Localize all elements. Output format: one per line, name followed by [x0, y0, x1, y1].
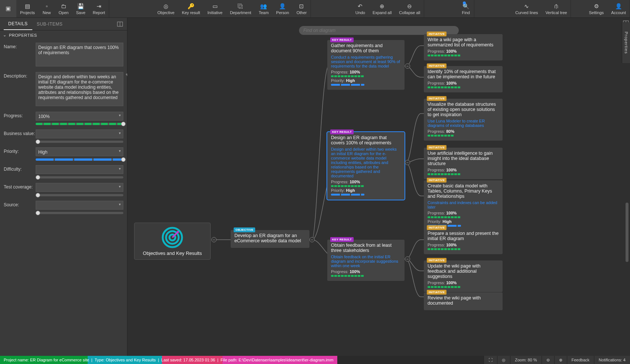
key-result-node-1[interactable]: KEY RESULT Gather requirements and docum… — [327, 40, 405, 90]
tab-sub-items[interactable]: SUB-ITEMS — [32, 19, 67, 30]
curved-lines-icon: ∿ — [523, 3, 530, 10]
label-business-value: Business value: — [4, 129, 36, 136]
initiative-node[interactable]: INITIATIVEReview the wiki page with docu… — [424, 292, 503, 310]
root-title: Objectives and Key Results — [143, 250, 202, 256]
collapse-toggle[interactable]: − — [405, 63, 410, 69]
collapse-toggle[interactable]: − — [309, 237, 315, 242]
priority-slider-handle[interactable] — [121, 157, 126, 162]
open-button[interactable]: 🗀Open — [55, 0, 72, 17]
test-coverage-slider-handle[interactable] — [36, 193, 40, 197]
properties-panel: DETAILS SUB-ITEMS ⌄ PROPERTIES Name: Des… — [0, 18, 127, 356]
vertical-tree-icon: ⫛ — [553, 3, 559, 10]
objective-icon: ◎ — [163, 3, 169, 10]
collapse-all-icon: ⊖ — [406, 3, 413, 10]
fullscreen-button[interactable]: ⛶ — [484, 356, 497, 364]
initiative-node[interactable]: INITIATIVEVisualize the database structu… — [424, 99, 503, 141]
initiative-badge: INITIATIVE — [427, 63, 446, 68]
department-button[interactable]: ⿻Department — [226, 0, 255, 17]
projects-button[interactable]: ▤Projects — [16, 0, 39, 17]
properties-right-tab[interactable]: Properties — [622, 22, 630, 63]
zoom-out-button[interactable]: ⊖ — [542, 356, 554, 364]
person-button[interactable]: 👤Person — [272, 0, 293, 17]
undo-button[interactable]: ↶Undo — [352, 0, 369, 17]
difficulty-slider-handle[interactable] — [36, 175, 40, 180]
initiative-node[interactable]: INITIATIVEPrepare a session and present … — [424, 228, 503, 254]
zoom-fit-button[interactable]: ◎ — [497, 356, 510, 364]
business-value-select[interactable] — [36, 129, 123, 138]
account-button[interactable]: 👤Account — [607, 0, 630, 17]
initiative-icon: ▭ — [212, 3, 218, 10]
person-icon: 👤 — [279, 3, 286, 10]
panel-split-icon[interactable] — [117, 21, 123, 27]
key-result-badge: KEY RESULT — [330, 237, 354, 242]
root-node[interactable]: Objectives and Key Results — [134, 223, 211, 260]
key-result-node-3[interactable]: KEY RESULT Obtain feedback from at least… — [327, 240, 405, 281]
source-select[interactable] — [36, 201, 123, 210]
status-bar: Project name: ER Diagram for eCommerce s… — [0, 356, 630, 364]
settings-button[interactable]: ⚙Settings — [585, 0, 608, 17]
key-result-badge: KEY RESULT — [330, 129, 354, 134]
app-icon-icon: ▣ — [5, 5, 12, 12]
tab-details[interactable]: DETAILS — [4, 18, 32, 30]
initiative-node[interactable]: INITIATIVEUse artificial intelligence to… — [424, 148, 503, 179]
report-icon: ⇥ — [95, 3, 102, 10]
label-description: Description: — [4, 72, 36, 79]
target-icon — [162, 227, 183, 248]
progress-slider-handle[interactable] — [121, 122, 126, 126]
description-field[interactable] — [36, 72, 123, 106]
collapse-all-button[interactable]: ⊖Collapse all — [395, 0, 424, 17]
zoom-label[interactable]: Zoom: 80 % — [510, 356, 541, 364]
feedback-button[interactable]: Feedback — [567, 356, 594, 364]
status-path: File path: E:\Dev\Datensen\samples\ideam… — [221, 358, 334, 362]
settings-icon: ⚙ — [593, 3, 600, 10]
priority-select[interactable]: High — [36, 147, 123, 156]
find-button[interactable]: 🔍 Find — [458, 0, 474, 17]
objective-button[interactable]: ◎Objective — [154, 0, 178, 17]
initiative-node[interactable]: INITIATIVEUpdate the wiki page with feed… — [424, 260, 503, 292]
initiative-node[interactable]: INITIATIVEWrite a wiki page with a summa… — [424, 34, 503, 60]
label-source: Source: — [4, 201, 36, 207]
objective-node[interactable]: OBJECTIVE Develop an ER diagram for an e… — [231, 230, 309, 248]
vertical-tree-button[interactable]: ⫛Vertical tree — [542, 0, 571, 17]
team-button[interactable]: 👥Team — [255, 0, 272, 17]
chevron-down-icon: ⌄ — [3, 33, 7, 37]
initiative-button[interactable]: ▭Initiative — [204, 0, 226, 17]
initiative-badge: INITIATIVE — [427, 96, 446, 101]
properties-section-header[interactable]: ⌄ PROPERTIES — [0, 30, 127, 40]
other-button[interactable]: ⊡Other — [293, 0, 311, 17]
new-icon: ▫ — [43, 3, 50, 10]
test-coverage-select[interactable] — [36, 183, 123, 192]
initiative-badge: INITIATIVE — [427, 258, 446, 263]
report-button[interactable]: ⇥Report — [89, 0, 109, 17]
initiative-node[interactable]: INITIATIVEIdentify 10% of requirements t… — [424, 66, 503, 92]
collapse-toggle[interactable]: − — [211, 237, 217, 242]
curved-lines-button[interactable]: ∿Curved lines — [512, 0, 542, 17]
department-icon: ⿻ — [237, 3, 244, 10]
collapse-toggle[interactable]: − — [405, 256, 410, 262]
initiative-node[interactable]: INITIATIVECreate basic data model with T… — [424, 180, 503, 231]
difficulty-select[interactable] — [36, 165, 123, 174]
save-button[interactable]: 💾Save — [72, 0, 89, 17]
source-slider-handle[interactable] — [36, 211, 40, 215]
save-icon: 💾 — [77, 3, 84, 10]
key-result-button[interactable]: 🔑Key result — [178, 0, 204, 17]
label-progress: Progress: — [4, 112, 36, 118]
expand-all-button[interactable]: ⊕Expand all — [369, 0, 395, 17]
initiative-badge: INITIATIVE — [427, 225, 446, 230]
app-icon-button[interactable]: ▣ — [0, 0, 16, 17]
notifications-button[interactable]: Notifications: 4 — [594, 356, 630, 364]
progress-select[interactable]: 100% — [36, 112, 123, 121]
zoom-in-button[interactable]: ⊕ — [554, 356, 567, 364]
vertical-scrollbar[interactable] — [626, 203, 629, 262]
objective-badge: OBJECTIVE — [234, 227, 255, 232]
key-result-node-2[interactable]: KEY RESULT Design an ER diagram that cov… — [327, 132, 405, 200]
new-button[interactable]: ▫New — [39, 0, 55, 17]
name-field[interactable] — [36, 43, 123, 66]
status-type: Type: Objectives and Key Results — [95, 358, 156, 362]
diagram-canvas[interactable]: Objectives and Key Results − OBJECTIVE D… — [127, 18, 630, 356]
status-saved: Last saved: 17.05.2023 01:36 — [161, 358, 215, 362]
business-value-slider-handle[interactable] — [36, 140, 40, 144]
collapse-toggle[interactable]: − — [405, 160, 410, 165]
initiative-badge: INITIATIVE — [427, 178, 446, 183]
initiative-badge: INITIATIVE — [427, 290, 446, 295]
